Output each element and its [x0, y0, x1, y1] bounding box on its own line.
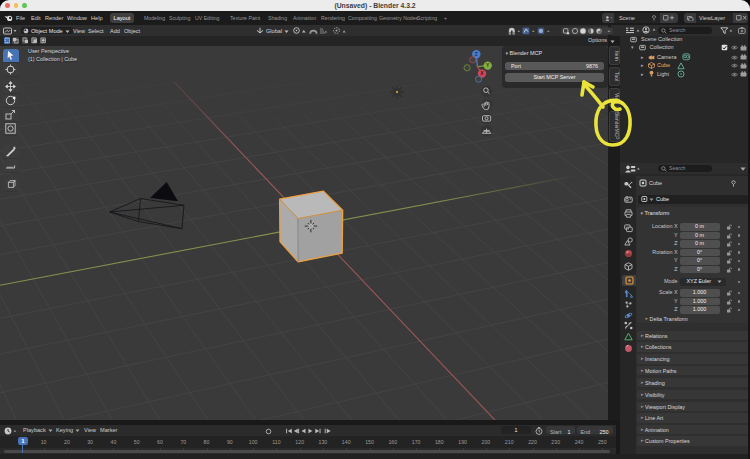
svg-text:Z: Z [475, 51, 478, 57]
